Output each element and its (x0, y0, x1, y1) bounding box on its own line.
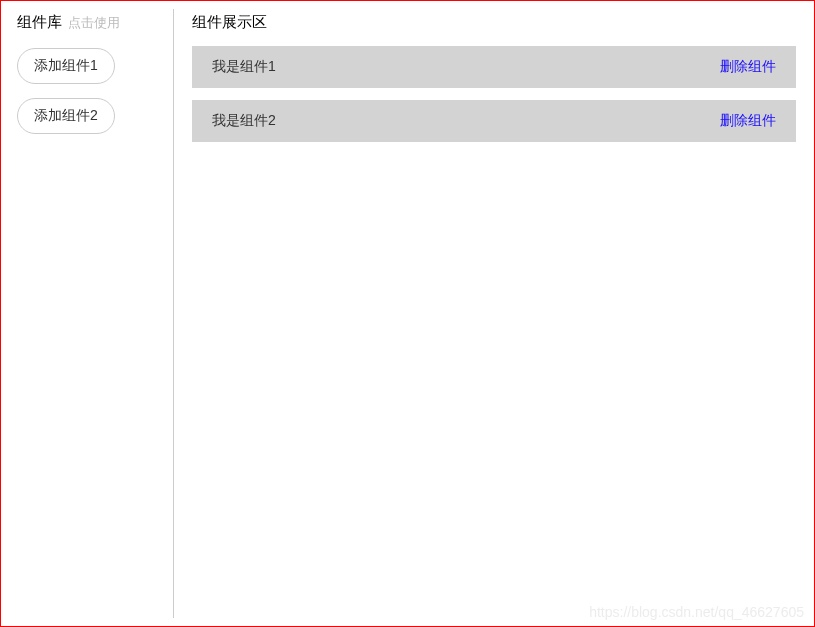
delete-component-link[interactable]: 删除组件 (720, 58, 776, 76)
add-component-1-button[interactable]: 添加组件1 (17, 48, 115, 84)
component-item-label: 我是组件2 (212, 112, 276, 130)
sidebar-header: 组件库 点击使用 (9, 9, 163, 36)
component-item-label: 我是组件1 (212, 58, 276, 76)
sidebar: 组件库 点击使用 添加组件1 添加组件2 (9, 9, 174, 618)
app-container: 组件库 点击使用 添加组件1 添加组件2 组件展示区 我是组件1 删除组件 我是… (0, 0, 815, 627)
add-component-2-button[interactable]: 添加组件2 (17, 98, 115, 134)
sidebar-title: 组件库 (17, 13, 62, 32)
delete-component-link[interactable]: 删除组件 (720, 112, 776, 130)
component-item: 我是组件2 删除组件 (192, 100, 796, 142)
main-area: 组件展示区 我是组件1 删除组件 我是组件2 删除组件 (174, 9, 806, 618)
component-item: 我是组件1 删除组件 (192, 46, 796, 88)
sidebar-hint: 点击使用 (68, 14, 120, 32)
main-title: 组件展示区 (192, 13, 796, 32)
